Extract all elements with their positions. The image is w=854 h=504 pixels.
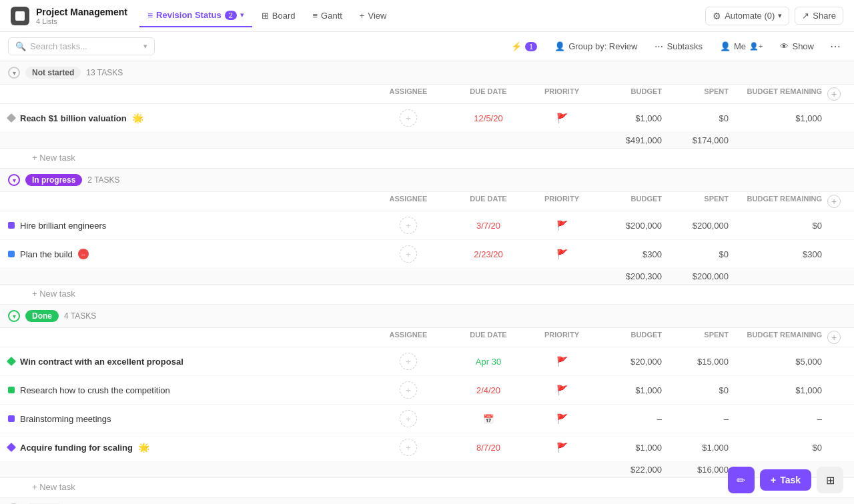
show-button[interactable]: 👁 Show <box>773 38 821 55</box>
section-not-started-header: ▾ Not started 13 TASKS <box>0 61 854 85</box>
tab-revision[interactable]: ≡ Revision Status 2 ▾ <box>139 5 252 27</box>
task-row[interactable]: Research how to crush the competition + … <box>0 376 854 405</box>
task-emoji: 🌟 <box>132 113 143 123</box>
automate-icon: ⚙ <box>713 11 721 21</box>
remaining-cell: $1,000 <box>729 113 822 123</box>
task-indicator <box>8 415 15 422</box>
automate-button[interactable]: ⚙ Automate (0) ▾ <box>705 7 789 25</box>
automate-chevron: ▾ <box>778 11 782 20</box>
assignee-avatar: + <box>400 245 417 263</box>
remaining-cell: $0 <box>729 221 822 231</box>
new-task-not-started[interactable]: + New task <box>0 149 854 169</box>
revision-chevron: ▾ <box>240 11 244 19</box>
assignee-cell[interactable]: + <box>368 410 448 427</box>
assignee-cell[interactable]: + <box>368 381 448 399</box>
assignee-avatar: + <box>400 109 417 127</box>
view-label: View <box>368 11 386 21</box>
filter-button[interactable]: ⚡ 1 <box>504 38 544 55</box>
new-task-in-progress[interactable]: + New task <box>0 285 854 305</box>
me-add-icon: 👤+ <box>749 42 763 51</box>
due-date-cell[interactable]: 📅 <box>448 414 528 424</box>
task-name-cell: Plan the build – <box>8 249 368 259</box>
total-budget: $22,000 <box>595 465 662 475</box>
section-toggle-not-started[interactable]: ▾ <box>8 67 20 79</box>
task-title: Brainstorming meetings <box>20 414 111 424</box>
section-toggle-done[interactable]: ▾ <box>8 310 20 322</box>
section-toggle-in-progress[interactable]: ▾ <box>8 174 20 186</box>
search-box[interactable]: 🔍 Search tasks... ▾ <box>8 37 155 55</box>
subtasks-button[interactable]: ⋯ Subtasks <box>648 38 709 55</box>
total-spent: $200,000 <box>662 271 729 281</box>
col-add-1[interactable]: + <box>822 87 846 101</box>
task-name-cell: Research how to crush the competition <box>8 385 368 395</box>
me-button[interactable]: 👤 Me 👤+ <box>713 38 770 55</box>
task-name-cell: Reach $1 billion valuation 🌟 <box>8 113 368 123</box>
logo <box>11 7 29 25</box>
assignee-avatar: + <box>400 217 417 234</box>
due-date-cell[interactable]: 8/7/20 <box>448 443 528 453</box>
priority-cell[interactable]: 🚩 <box>528 442 595 453</box>
due-date-cell[interactable]: 2/4/20 <box>448 385 528 395</box>
fab-container: ✏ + Task ⊞ <box>728 467 843 493</box>
section-in-progress-header: ▾ In progress 2 TASKS <box>0 169 854 192</box>
fab-edit-button[interactable]: ✏ <box>728 467 755 493</box>
tab-gantt[interactable]: ≡ Gantt <box>304 5 350 26</box>
group-by-button[interactable]: 👤 Group by: Review <box>548 38 644 55</box>
priority-cell[interactable]: 🚩 <box>528 385 595 395</box>
new-task-done[interactable]: + New task <box>0 478 854 498</box>
fab-grid-button[interactable]: ⊞ <box>817 467 843 493</box>
due-date-cell[interactable]: 12/5/20 <box>448 113 528 123</box>
fab-task-label: Task <box>780 475 801 485</box>
not-started-badge: Not started <box>25 67 81 79</box>
search-icon: 🔍 <box>15 41 26 51</box>
due-date-cell[interactable]: 3/7/20 <box>448 221 528 231</box>
task-row[interactable]: Reach $1 billion valuation 🌟 + 12/5/20 🚩… <box>0 104 854 133</box>
col-priority-1: PRIORITY <box>528 87 595 101</box>
search-placeholder: Search tasks... <box>30 41 87 51</box>
remaining-cell: $1,000 <box>729 385 822 395</box>
priority-cell[interactable]: 🚩 <box>528 413 595 424</box>
board-icon: ⊞ <box>262 11 269 21</box>
due-date-cell[interactable]: Apr 30 <box>448 357 528 367</box>
section-not-started: ▾ Not started 13 TASKS ASSIGNEE DUE DATE… <box>0 61 854 169</box>
budget-cell: $20,000 <box>595 357 662 367</box>
section-empty: ▾ Empty 1 TASK ASSIGNEE DUE DATE PRIORIT… <box>0 498 854 504</box>
due-date-cell[interactable]: 2/23/20 <box>448 249 528 259</box>
tab-view[interactable]: + View <box>352 5 395 26</box>
fab-task-button[interactable]: + Task <box>760 469 811 491</box>
task-row[interactable]: Acquire funding for scaling 🌟 + 8/7/20 🚩… <box>0 433 854 462</box>
share-button[interactable]: ↗ Share <box>795 7 843 25</box>
section-total-row: $491,000 $174,000 <box>0 133 854 149</box>
priority-cell[interactable]: 🚩 <box>528 220 595 231</box>
show-label: Show <box>792 41 814 51</box>
task-row[interactable]: Plan the build – + 2/23/20 🚩 $300 $0 $30… <box>0 240 854 269</box>
task-indicator <box>7 357 16 366</box>
gantt-label: Gantt <box>321 11 342 21</box>
task-row[interactable]: Win contract with an excellent proposal … <box>0 347 854 376</box>
col-assignee-1: ASSIGNEE <box>368 87 448 101</box>
task-row[interactable]: Brainstorming meetings + 📅 🚩 – – – <box>0 405 854 433</box>
assignee-cell[interactable]: + <box>368 353 448 370</box>
assignee-cell[interactable]: + <box>368 439 448 456</box>
remaining-cell: $5,000 <box>729 357 822 367</box>
total-spent: $16,000 <box>662 465 729 475</box>
task-emoji: 🌟 <box>138 442 149 453</box>
task-status-dot: – <box>78 249 89 259</box>
more-options-button[interactable]: ⋯ <box>825 37 846 56</box>
subtasks-icon: ⋯ <box>655 41 663 51</box>
spent-cell: $0 <box>662 385 729 395</box>
spent-cell: $1,000 <box>662 443 729 453</box>
group-label: Group by: Review <box>568 41 637 51</box>
task-title: Win contract with an excellent proposal <box>20 357 183 367</box>
priority-cell[interactable]: 🚩 <box>528 249 595 259</box>
priority-cell[interactable]: 🚩 <box>528 356 595 367</box>
section-total-row: $200,300 $200,000 <box>0 269 854 285</box>
tab-board[interactable]: ⊞ Board <box>254 5 304 26</box>
assignee-cell[interactable]: + <box>368 217 448 234</box>
task-row[interactable]: Hire brilliant engineers + 3/7/20 🚩 $200… <box>0 211 854 240</box>
assignee-cell[interactable]: + <box>368 245 448 263</box>
total-spent: $174,000 <box>662 135 729 145</box>
total-budget: $491,000 <box>595 135 662 145</box>
priority-cell[interactable]: 🚩 <box>528 113 595 123</box>
assignee-cell[interactable]: + <box>368 109 448 127</box>
